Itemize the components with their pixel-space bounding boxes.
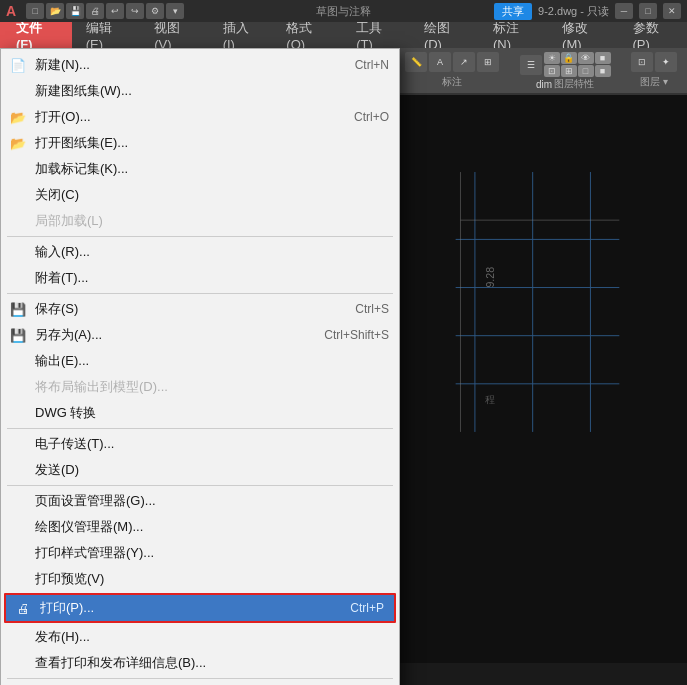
opendwg-icon: 📂: [7, 132, 29, 154]
printinfo-icon: [7, 652, 29, 674]
layer-label: 图层 ▾: [640, 75, 668, 89]
qa-save-icon[interactable]: 💾: [66, 3, 84, 19]
menu-tab-dim[interactable]: 标注(N): [479, 22, 548, 48]
menu-item-publish[interactable]: 发布(H)...: [1, 624, 399, 650]
menu-tab-tools[interactable]: 工具(T): [342, 22, 410, 48]
match-icon[interactable]: ✦: [655, 52, 677, 72]
menu-item-export[interactable]: 输出(E)...: [1, 348, 399, 374]
sun-icon[interactable]: ☀: [544, 52, 560, 64]
plotmgr-icon: [7, 516, 29, 538]
loadmark-icon: [7, 158, 29, 180]
menu-item-print[interactable]: 🖨 打印(P)... Ctrl+P: [6, 595, 394, 621]
eye-icon[interactable]: 👁: [578, 52, 594, 64]
qa-plot-icon[interactable]: 🖨: [86, 3, 104, 19]
menu-item-newset[interactable]: 新建图纸集(W)...: [1, 78, 399, 104]
print-label: 打印(P)...: [40, 599, 320, 617]
menu-item-close[interactable]: 关闭(C): [1, 182, 399, 208]
menu-item-localload: 局部加载(L): [1, 208, 399, 234]
plotmgr-label: 绘图仪管理器(M)...: [35, 518, 389, 536]
maximize-button[interactable]: □: [639, 3, 657, 19]
app-logo: A: [6, 3, 16, 19]
workspace-label: 草图与注释: [316, 4, 371, 19]
menu-item-save[interactable]: 💾 保存(S) Ctrl+S: [1, 296, 399, 322]
opendwg-label: 打开图纸集(E)...: [35, 134, 389, 152]
qa-workspace-icon[interactable]: ⚙: [146, 3, 164, 19]
layer-icon5[interactable]: ■: [595, 65, 611, 77]
menu-tab-format[interactable]: 格式(O): [272, 22, 342, 48]
saveas-shortcut: Ctrl+Shift+S: [324, 328, 389, 342]
new-shortcut: Ctrl+N: [355, 58, 389, 72]
etransmit-icon: [7, 433, 29, 455]
menu-tab-modify[interactable]: 修改(M): [548, 22, 618, 48]
saveas-label: 另存为(A)...: [35, 326, 294, 344]
menu-item-plotmgr[interactable]: 绘图仪管理器(M)...: [1, 514, 399, 540]
preview-label: 打印预览(V): [35, 570, 389, 588]
menu-item-attach[interactable]: 附着(T)...: [1, 265, 399, 291]
minimize-button[interactable]: ─: [615, 3, 633, 19]
publish-label: 发布(H)...: [35, 628, 389, 646]
preview-icon: [7, 568, 29, 590]
menu-item-input[interactable]: 输入(R)...: [1, 239, 399, 265]
dim-layer-label: dim: [536, 79, 552, 90]
close-button[interactable]: ✕: [663, 3, 681, 19]
menu-tab-file[interactable]: 文件(F): [0, 22, 72, 48]
filename-label: 9-2.dwg - 只读: [538, 4, 609, 19]
menu-item-loadmark[interactable]: 加载标记集(K)...: [1, 156, 399, 182]
menu-item-new[interactable]: 📄 新建(N)... Ctrl+N: [1, 52, 399, 78]
menu-tab-insert[interactable]: 插入(I): [209, 22, 273, 48]
export-label: 输出(E)...: [35, 352, 389, 370]
dimension-icon[interactable]: 📏: [405, 52, 427, 72]
localload-icon: [7, 210, 29, 232]
color-icon[interactable]: ■: [595, 52, 611, 64]
input-label: 输入(R)...: [35, 243, 389, 261]
layer-prop-icon[interactable]: ☰: [520, 55, 542, 75]
qa-undo-icon[interactable]: ↩: [106, 3, 124, 19]
share-button[interactable]: 共享: [494, 3, 532, 20]
sep-1: [7, 236, 393, 237]
sep-5: [7, 678, 393, 679]
menu-item-preview[interactable]: 打印预览(V): [1, 566, 399, 592]
layer2-icon[interactable]: ⊡: [631, 52, 653, 72]
etransmit-label: 电子传送(T)...: [35, 435, 389, 453]
table-icon[interactable]: ⊞: [477, 52, 499, 72]
leader-icon[interactable]: ↗: [453, 52, 475, 72]
menu-item-etransmit[interactable]: 电子传送(T)...: [1, 431, 399, 457]
stylemgr-label: 打印样式管理器(Y)...: [35, 544, 389, 562]
layer-icons: ⊡ ✦: [631, 52, 677, 72]
qa-open-icon[interactable]: 📂: [46, 3, 64, 19]
menu-item-pagemgr[interactable]: 页面设置管理器(G)...: [1, 488, 399, 514]
sep-4: [7, 485, 393, 486]
menu-tab-draw[interactable]: 绘图(D): [410, 22, 479, 48]
dwgconv-label: DWG 转换: [35, 404, 389, 422]
save-icon: 💾: [7, 298, 29, 320]
layer-icon3[interactable]: ⊞: [561, 65, 577, 77]
qa-more-icon[interactable]: ▾: [166, 3, 184, 19]
titlebar-right: 共享 9-2.dwg - 只读 ─ □ ✕: [494, 3, 681, 20]
print-shortcut: Ctrl+P: [350, 601, 384, 615]
export-icon: [7, 350, 29, 372]
menu-tab-edit[interactable]: 编辑(E): [72, 22, 140, 48]
qa-new-icon[interactable]: □: [26, 3, 44, 19]
close-menu-icon: [7, 184, 29, 206]
menu-item-printinfo[interactable]: 查看打印和发布详细信息(B)...: [1, 650, 399, 676]
publish-icon: [7, 626, 29, 648]
menu-item-opendwg[interactable]: 📂 打开图纸集(E)...: [1, 130, 399, 156]
layer-icon4[interactable]: □: [578, 65, 594, 77]
lock-icon[interactable]: 🔒: [561, 52, 577, 64]
text-icon[interactable]: A: [429, 52, 451, 72]
menu-item-utiltools[interactable]: 图形实用工具(U) ▶: [1, 681, 399, 685]
send-label: 发送(D): [35, 461, 389, 479]
qa-redo-icon[interactable]: ↪: [126, 3, 144, 19]
menu-tab-view[interactable]: 视图(V): [140, 22, 208, 48]
menu-item-open[interactable]: 📂 打开(O)... Ctrl+O: [1, 104, 399, 130]
open-label: 打开(O)...: [35, 108, 324, 126]
layer-icon2[interactable]: ⊡: [544, 65, 560, 77]
menu-item-saveas[interactable]: 💾 另存为(A)... Ctrl+Shift+S: [1, 322, 399, 348]
menu-tab-params[interactable]: 参数(P): [619, 22, 687, 48]
annotation-label: 标注: [442, 75, 462, 89]
pagemgr-label: 页面设置管理器(G)...: [35, 492, 389, 510]
menu-item-stylemgr[interactable]: 打印样式管理器(Y)...: [1, 540, 399, 566]
menu-item-send[interactable]: 发送(D): [1, 457, 399, 483]
menu-item-dwgconv[interactable]: DWG 转换: [1, 400, 399, 426]
pagemgr-icon: [7, 490, 29, 512]
